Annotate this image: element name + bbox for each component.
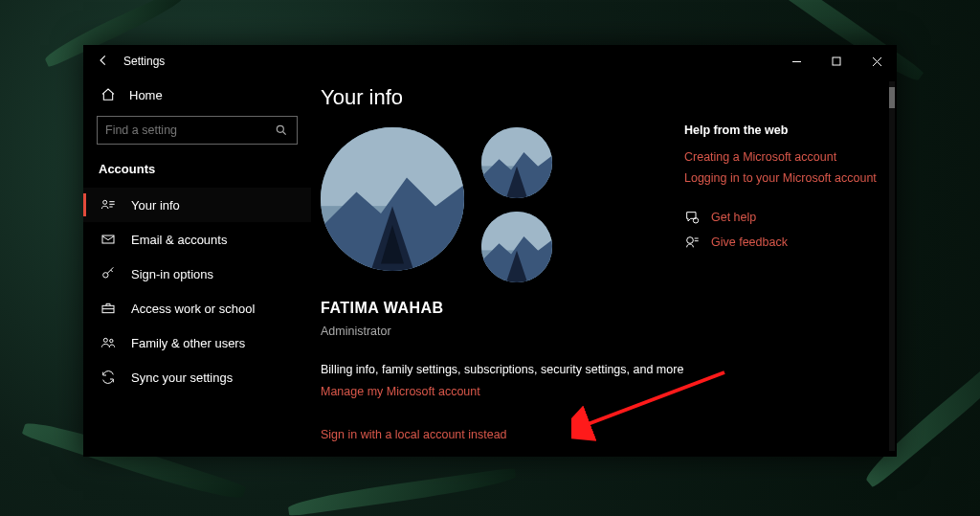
search-icon <box>274 123 289 138</box>
svg-point-1 <box>103 200 107 204</box>
svg-rect-2 <box>102 236 114 243</box>
settings-window: Settings Home Accounts Your info <box>83 45 897 457</box>
search-box[interactable] <box>97 116 298 145</box>
sidebar-item-label: Sync your settings <box>131 370 233 385</box>
user-name: FATIMA WAHAB <box>321 300 684 317</box>
help-header: Help from the web <box>684 123 887 137</box>
briefcase-icon <box>100 301 116 316</box>
avatar-small-1[interactable] <box>481 127 552 198</box>
person-card-icon <box>100 197 116 213</box>
scrollbar[interactable] <box>889 81 895 451</box>
content-area: Your info FATIMA WAHAB <box>311 45 897 457</box>
sync-icon <box>100 370 116 385</box>
svg-point-15 <box>687 237 694 244</box>
svg-point-0 <box>277 125 283 132</box>
sidebar-section-header: Accounts <box>83 158 311 188</box>
give-feedback-label: Give feedback <box>711 236 788 249</box>
svg-point-5 <box>103 338 107 342</box>
sidebar-nav: Your info Email & accounts Sign-in optio… <box>83 188 311 394</box>
feedback-icon <box>684 235 700 250</box>
mail-icon <box>100 232 116 247</box>
svg-rect-12 <box>481 212 552 251</box>
sidebar-item-label: Your info <box>131 198 180 213</box>
sidebar-item-signin-options[interactable]: Sign-in options <box>83 257 311 291</box>
home-icon <box>100 87 116 102</box>
help-link-create-account[interactable]: Creating a Microsoft account <box>684 150 887 164</box>
sidebar-item-label: Email & accounts <box>131 233 227 247</box>
avatar-large <box>321 127 464 271</box>
back-button[interactable] <box>95 54 112 70</box>
get-help-label: Get help <box>711 211 756 224</box>
sidebar-item-your-info[interactable]: Your info <box>83 188 311 222</box>
sidebar-item-label: Sign-in options <box>131 267 213 281</box>
sidebar-item-label: Family & other users <box>131 336 245 350</box>
sidebar-item-label: Access work or school <box>131 302 255 316</box>
sidebar-item-access-work[interactable]: Access work or school <box>83 291 311 325</box>
get-help-row[interactable]: Get help <box>684 210 887 225</box>
key-icon <box>100 266 116 281</box>
svg-point-6 <box>110 339 113 342</box>
sidebar-item-sync[interactable]: Sync your settings <box>83 360 311 394</box>
manage-account-link[interactable]: Manage my Microsoft account <box>321 385 480 398</box>
svg-rect-10 <box>481 127 552 167</box>
avatar-small-2[interactable] <box>481 212 552 282</box>
sidebar-item-home[interactable]: Home <box>83 78 311 112</box>
window-title: Settings <box>123 55 165 68</box>
svg-rect-8 <box>321 127 464 207</box>
local-account-link[interactable]: Sign in with a local account instead <box>321 428 507 441</box>
people-icon <box>100 335 116 350</box>
svg-point-3 <box>103 273 108 278</box>
billing-info-text: Billing info, family settings, subscript… <box>321 363 684 376</box>
user-role: Administrator <box>321 325 684 338</box>
titlebar: Settings <box>83 45 311 78</box>
help-link-login-account[interactable]: Logging in to your Microsoft account <box>684 171 887 185</box>
help-chat-icon <box>684 210 700 225</box>
search-input[interactable] <box>105 123 274 137</box>
give-feedback-row[interactable]: Give feedback <box>684 235 887 250</box>
avatar-group <box>321 123 684 290</box>
home-label: Home <box>129 88 163 102</box>
scrollbar-thumb[interactable] <box>889 87 895 108</box>
sidebar-item-family[interactable]: Family & other users <box>83 325 311 360</box>
sidebar: Settings Home Accounts Your info <box>83 45 311 457</box>
sidebar-item-email-accounts[interactable]: Email & accounts <box>83 222 311 257</box>
page-title: Your info <box>321 85 887 110</box>
